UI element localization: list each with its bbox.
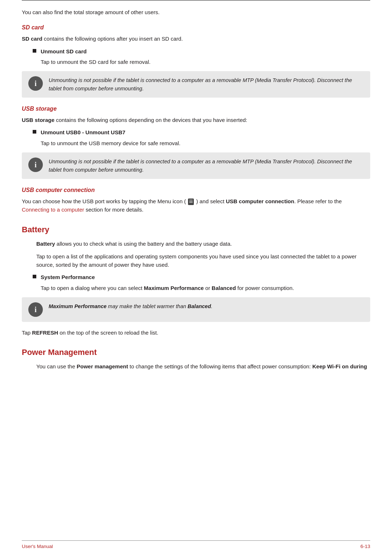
sp-desc-part3: for power consumption. <box>236 285 294 291</box>
usb-storage-heading: USB storage <box>22 106 370 112</box>
pm-bold2: Keep Wi-Fi on during <box>312 363 367 369</box>
usb-computer-part1: You can choose how the USB port works by… <box>22 198 186 204</box>
info-icon-usb: i <box>28 158 43 172</box>
usb-storage-desc-rest: contains the following options depending… <box>54 117 247 123</box>
unmount-usb-label: Unmount USB0 - Unmount USB7 <box>41 128 125 137</box>
footer-right: 6-13 <box>360 544 370 549</box>
battery-info-text: Maximum Performance may make the tablet … <box>49 302 364 310</box>
usb-computer-paragraph: You can choose how the USB port works by… <box>22 197 370 214</box>
usb-computer-heading: USB computer connection <box>22 187 370 193</box>
sd-card-desc-rest: contains the following options after you… <box>42 36 183 42</box>
sd-card-heading: SD card <box>22 24 370 31</box>
usb-computer-part4: section for more details. <box>84 207 143 213</box>
battery-info-bold2: Balanced <box>188 303 211 309</box>
battery-heading: Battery <box>22 225 370 234</box>
power-management-heading: Power Management <box>22 348 370 357</box>
battery-para1: Battery allows you to check what is usin… <box>36 240 370 248</box>
sd-card-description: SD card contains the following options a… <box>22 34 370 43</box>
unmount-usb-desc: Tap to unmount the USB memory device for… <box>41 139 370 147</box>
pm-part1: You can use the <box>36 363 77 369</box>
info-icon-battery: i <box>28 302 43 317</box>
battery-para1-rest: allows you to check what is using the ba… <box>55 241 232 247</box>
bullet-icon <box>33 49 36 53</box>
sp-desc-bold1: Maximum Performance <box>144 285 204 291</box>
sd-card-info-box: i Unmounting is not possible if the tabl… <box>22 71 370 98</box>
pm-bold: Power management <box>77 363 128 369</box>
battery-refresh: REFRESH <box>32 330 58 336</box>
sp-desc-part1: Tap to open a dialog where you can selec… <box>41 285 144 291</box>
usb-storage-info-text: Unmounting is not possible if the tablet… <box>49 158 364 174</box>
bullet-icon-perf <box>33 275 36 278</box>
unmount-sd-card-bullet: Unmount SD card <box>33 48 370 56</box>
battery-para3: Tap REFRESH on the top of the screen to … <box>22 328 370 337</box>
battery-para3-rest: on the top of the screen to reload the l… <box>58 330 158 336</box>
menu-icon: ☷ <box>188 199 194 205</box>
usb-storage-info-box: i Unmounting is not possible if the tabl… <box>22 152 370 179</box>
main-content: You can also find the total storage amou… <box>0 1 392 540</box>
info-icon-sd: i <box>28 76 43 91</box>
intro-paragraph: You can also find the total storage amou… <box>22 8 370 16</box>
battery-info-box: i Maximum Performance may make the table… <box>22 297 370 322</box>
sp-desc-bold2: Balanced <box>212 285 236 291</box>
bullet-icon-usb <box>33 130 36 134</box>
battery-para1-prefix: Battery <box>36 241 55 247</box>
power-management-para1: You can use the Power management to chan… <box>36 362 370 371</box>
unmount-usb-bullet: Unmount USB0 - Unmount USB7 <box>33 128 370 137</box>
system-performance-bullet: System Performance <box>33 273 370 282</box>
battery-para3-prefix: Tap <box>22 330 32 336</box>
usb-storage-description: USB storage contains the following optio… <box>22 116 370 124</box>
footer-left: User's Manual <box>22 544 53 549</box>
usb-computer-part2: ) and select <box>196 198 226 204</box>
usb-computer-bold: USB computer connection <box>226 198 294 204</box>
battery-para2: Tap to open a list of the applications a… <box>36 252 370 269</box>
unmount-sd-card-desc: Tap to unmount the SD card for safe remo… <box>41 58 370 66</box>
usb-computer-part3: . Please refer to the <box>294 198 342 204</box>
system-performance-desc: Tap to open a dialog where you can selec… <box>41 284 370 292</box>
page: You can also find the total storage amou… <box>0 0 392 552</box>
pm-part2: to change the settings of the following … <box>128 363 313 369</box>
sd-card-info-text: Unmounting is not possible if the tablet… <box>49 76 364 93</box>
sd-card-desc-prefix: SD card <box>22 36 42 42</box>
usb-storage-desc-prefix: USB storage <box>22 117 54 123</box>
unmount-sd-card-label: Unmount SD card <box>41 48 87 56</box>
sp-desc-part2: or <box>204 285 212 291</box>
battery-info-bold1: Maximum Performance <box>49 303 107 309</box>
battery-info-end: . <box>211 303 212 309</box>
page-footer: User's Manual 6-13 <box>22 540 370 552</box>
usb-computer-link[interactable]: Connecting to a computer <box>22 207 84 213</box>
system-performance-label: System Performance <box>41 273 95 282</box>
battery-info-mid: may make the tablet warmer than <box>107 303 188 309</box>
